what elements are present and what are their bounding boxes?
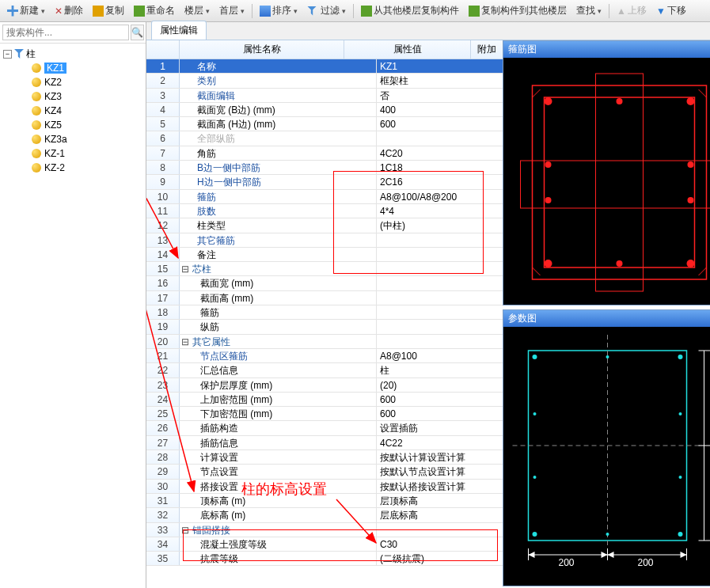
- tree-item[interactable]: KZ2: [2, 75, 144, 89]
- svg-marker-43: [608, 552, 614, 558]
- property-value[interactable]: 400: [376, 103, 503, 116]
- collapse-icon[interactable]: −: [3, 50, 12, 59]
- filter-button[interactable]: 过滤: [303, 2, 350, 20]
- property-row[interactable]: 7角筋4C20: [146, 146, 503, 161]
- node-icon: [32, 78, 41, 87]
- property-row[interactable]: 16截面宽 (mm): [146, 276, 503, 290]
- svg-marker-44: [681, 552, 687, 558]
- property-name: 箍筋: [191, 305, 376, 319]
- property-row[interactable]: 20⊟其它属性: [146, 335, 503, 349]
- tree-item[interactable]: KZ1: [2, 61, 144, 75]
- tree-root[interactable]: − 柱: [2, 47, 144, 61]
- property-value[interactable]: 设置插筋: [376, 421, 503, 434]
- property-value[interactable]: 否: [376, 89, 503, 102]
- property-name: 角筋: [191, 146, 376, 160]
- filter-icon: [14, 49, 24, 59]
- property-name: 类别: [191, 74, 376, 87]
- col-header-name[interactable]: 属性名称: [180, 40, 344, 59]
- property-value[interactable]: A8@100: [376, 349, 503, 362]
- node-icon: [32, 92, 41, 101]
- tab-property-edit[interactable]: 属性编辑: [151, 21, 207, 40]
- rename-button[interactable]: 重命名: [130, 2, 179, 20]
- move-up-button[interactable]: ▲上移: [613, 2, 651, 20]
- property-value[interactable]: 600: [376, 407, 503, 420]
- property-name: 保护层厚度 (mm): [191, 378, 376, 392]
- top-floor-button[interactable]: 首层: [215, 2, 249, 20]
- property-row[interactable]: 17截面高 (mm): [146, 291, 503, 305]
- col-header-extra[interactable]: 附加: [471, 40, 503, 59]
- property-row[interactable]: 18箍筋: [146, 305, 503, 320]
- tree-item[interactable]: KZ3: [2, 89, 144, 104]
- find-button[interactable]: 查找: [572, 2, 606, 20]
- tree-item[interactable]: KZ-1: [2, 146, 144, 161]
- property-value[interactable]: [376, 335, 503, 348]
- property-row[interactable]: 2类别框架柱: [146, 74, 503, 88]
- property-row[interactable]: 19纵筋: [146, 320, 503, 334]
- property-value[interactable]: [376, 305, 503, 319]
- tree-item[interactable]: KZ4: [2, 104, 144, 118]
- property-row[interactable]: 28计算设置按默认计算设置计算: [146, 450, 503, 465]
- copy-button[interactable]: 复制: [89, 2, 128, 20]
- svg-point-28: [533, 476, 537, 479]
- property-value[interactable]: 柱: [376, 363, 503, 377]
- property-value[interactable]: 按默认计算设置计算: [376, 450, 503, 464]
- property-row[interactable]: 26插筋构造设置插筋: [146, 421, 503, 435]
- property-value[interactable]: (20): [376, 378, 503, 392]
- property-value[interactable]: 按默认搭接设置计算: [376, 480, 503, 493]
- svg-line-17: [699, 267, 707, 275]
- property-value[interactable]: [376, 131, 503, 145]
- copy-from-floor-button[interactable]: 从其他楼层复制构件: [357, 2, 463, 20]
- property-row[interactable]: 6全部纵筋: [146, 131, 503, 146]
- property-value[interactable]: 层底标高: [376, 508, 503, 522]
- svg-marker-41: [529, 552, 535, 558]
- node-icon: [32, 63, 41, 73]
- property-value[interactable]: 框架柱: [376, 74, 503, 87]
- svg-point-7: [687, 260, 695, 267]
- property-row[interactable]: 1名称KZ1: [146, 59, 503, 74]
- property-row[interactable]: 22汇总信息柱: [146, 363, 503, 377]
- component-tree: − 柱 KZ1KZ2KZ3KZ4KZ5KZ3aKZ-1KZ-2: [0, 44, 146, 178]
- property-value[interactable]: KZ1: [376, 59, 503, 73]
- property-row[interactable]: 25下加密范围 (mm)600: [146, 407, 503, 421]
- property-value[interactable]: 4C22: [376, 436, 503, 450]
- tree-item[interactable]: KZ-2: [2, 161, 144, 175]
- property-value[interactable]: 600: [376, 393, 503, 406]
- property-row[interactable]: 4截面宽 (B边) (mm)400: [146, 103, 503, 117]
- floor-button[interactable]: 楼层: [180, 2, 214, 20]
- property-row[interactable]: 32底标高 (m)层底标高: [146, 508, 503, 522]
- delete-button[interactable]: ✕删除: [51, 2, 87, 20]
- stirrup-diagram-title: 箍筋图: [503, 41, 710, 58]
- search-input[interactable]: [2, 25, 129, 40]
- property-name: 节点设置: [191, 465, 376, 478]
- property-value[interactable]: [376, 291, 503, 305]
- property-value[interactable]: [376, 320, 503, 333]
- svg-marker-42: [602, 552, 608, 558]
- property-value[interactable]: 600: [376, 117, 503, 131]
- property-row[interactable]: 5截面高 (H边) (mm)600: [146, 117, 503, 131]
- svg-point-10: [545, 161, 552, 168]
- property-row[interactable]: 23保护层厚度 (mm)(20): [146, 378, 503, 393]
- property-row[interactable]: 24上加密范围 (mm)600: [146, 393, 503, 407]
- property-value[interactable]: [376, 276, 503, 290]
- property-row[interactable]: 3截面编辑否: [146, 89, 503, 103]
- tree-item[interactable]: KZ3a: [2, 132, 144, 146]
- tree-item[interactable]: KZ5: [2, 118, 144, 132]
- copy-to-floor-button[interactable]: 复制构件到其他楼层: [465, 2, 571, 20]
- property-name: 名称: [191, 59, 376, 73]
- property-row[interactable]: 21节点区箍筋A8@100: [146, 349, 503, 363]
- svg-point-24: [678, 532, 683, 537]
- sort-button[interactable]: 排序: [256, 2, 302, 20]
- property-row[interactable]: 29节点设置按默认节点设置计算: [146, 465, 503, 479]
- property-value[interactable]: 按默认节点设置计算: [376, 465, 503, 478]
- move-down-button[interactable]: ▼下移: [652, 2, 690, 20]
- search-button[interactable]: 🔍: [131, 25, 144, 40]
- col-header-value[interactable]: 属性值: [344, 40, 471, 59]
- property-value[interactable]: 层顶标高: [376, 494, 503, 507]
- node-icon: [32, 120, 41, 130]
- property-name: 插筋信息: [191, 436, 376, 450]
- property-value[interactable]: 4C20: [376, 146, 503, 160]
- property-name: 节点区箍筋: [191, 349, 376, 362]
- property-row[interactable]: 27插筋信息4C22: [146, 436, 503, 450]
- new-button[interactable]: 新建: [3, 2, 49, 20]
- svg-rect-1: [545, 97, 695, 267]
